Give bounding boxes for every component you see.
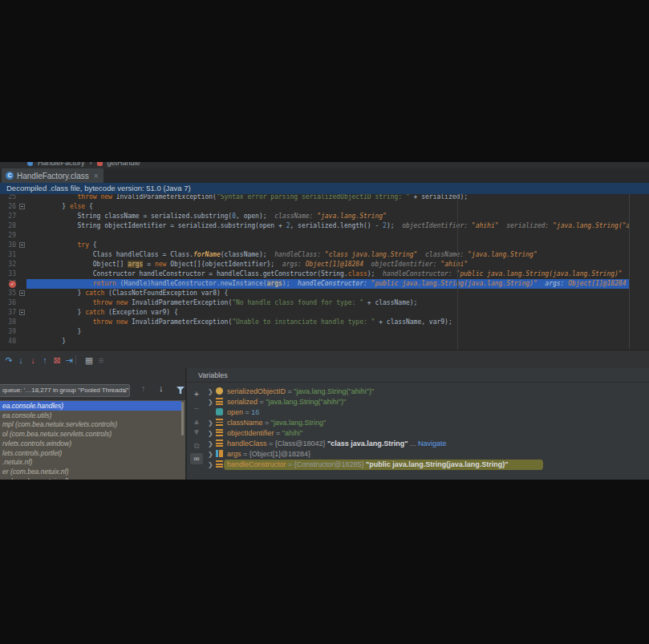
code-area[interactable]: throw new InvalidParameterException("Syn… [26,194,649,350]
line-number[interactable]: 27 [0,212,16,221]
field-icon [216,398,223,405]
code-line[interactable]: throw new InvalidParameterException("No … [26,298,629,308]
variable-row[interactable]: ❯objectIdentifier = "ahihi" [208,428,647,439]
inline-debug-hint: args: [282,261,306,268]
variable-row[interactable]: ❯handleClass = {Class@18042} "class java… [208,439,647,449]
mute-breakpoints-icon[interactable]: ≡ [95,354,107,367]
line-number[interactable]: 40 [0,337,16,346]
tab-handlefactory[interactable]: C HandleFactory.class × [2,168,103,183]
remove-watch-icon[interactable]: − [190,403,203,415]
variable-row[interactable]: open = 16 [208,407,647,418]
fold-icon[interactable] [19,290,25,296]
code-token: "Unable to instanciate handle type: " [232,318,375,326]
frame-up-icon[interactable]: ↑ [141,383,146,393]
line-number[interactable]: 33 [0,269,16,279]
frame-down-icon[interactable]: ↓ [159,383,164,393]
expand-chevron-icon[interactable]: ❯ [208,397,216,407]
code-line[interactable]: } catch (Exception var9) { [26,308,629,318]
code-line[interactable]: } [26,337,629,346]
filter-funnel-icon[interactable] [176,387,185,394]
code-line[interactable]: } catch (ClassNotFoundException var8) { [26,289,629,298]
line-number[interactable]: 30 [0,241,16,250]
stack-frame-row[interactable]: lets.controls.portlet) [0,448,181,458]
code-line[interactable]: throw new InvalidParameterException("Una… [26,318,629,327]
stack-frame-row[interactable]: rvlets.controls.window) [0,439,181,448]
stack-frame-row[interactable]: er (com.bea.netuix.nf) [0,467,181,476]
inline-debug-hint: objectIdentifier: [402,222,472,229]
line-number[interactable]: 39 [0,327,16,337]
duplicate-icon[interactable]: ⧉ [190,440,203,452]
fold-icon[interactable] [19,204,25,209]
line-number[interactable]: 26 [0,202,16,212]
expand-chevron-icon[interactable]: ❯ [208,428,216,439]
variable-row[interactable]: ❯args = {Object[1]@18284} [208,449,647,460]
stack-frame-row[interactable]: ea.console.utils) [0,411,181,420]
code-line[interactable]: throw new InvalidParameterException("Syn… [26,194,629,202]
frames-scrollbar[interactable] [181,402,184,435]
code-token: , serialized.length() - [290,222,383,229]
code-editor[interactable]: 25262728293031323334✓353637383940 throw … [0,194,649,350]
force-step-into-icon[interactable]: ↓ [27,354,39,367]
code-line[interactable]: try { [26,241,629,250]
stack-frame-row[interactable]: ol (com.bea.netuix.servlets.controls) [0,429,181,439]
line-number[interactable]: 32 [0,260,16,269]
code-token: InvalidParameterException( [132,299,232,306]
move-down-icon[interactable]: ▼ [190,427,203,438]
add-watch-icon[interactable]: + [190,389,203,400]
step-into-icon[interactable]: ↓ [15,354,26,367]
expand-chevron-icon[interactable]: ❯ [208,387,216,397]
code-token: ); [282,280,298,287]
breakpoint-icon[interactable]: ✓ [9,281,16,288]
fold-icon[interactable] [19,242,25,248]
drop-frame-icon[interactable]: ⊠ [51,354,63,367]
code-line[interactable]: } [26,327,629,337]
run-to-cursor-icon[interactable]: ⇥ [63,354,75,367]
line-number[interactable]: 25 [0,194,16,202]
line-number[interactable]: 35 [0,289,16,298]
stack-frame-row[interactable]: .netuix.nf) [0,457,181,467]
frames-list[interactable]: ea.console.handles)ea.console.utils)mpl … [0,400,185,480]
thread-dropdown[interactable]: queue: '…18,277 in group "Pooled Threads… [0,384,130,397]
show-watches-icon[interactable]: ∞ [190,453,203,464]
stack-frame-row[interactable]: ea.console.handles) [0,401,181,411]
editor-gutter[interactable]: 25262728293031323334✓353637383940 [0,194,26,350]
step-over-icon[interactable]: ↷ [3,354,14,367]
expand-chevron-icon[interactable]: ❯ [208,418,216,428]
code-token: + className); [363,299,417,306]
code-line[interactable]: Object[] args = new Object[]{objectIdent… [26,260,629,269]
expand-chevron-icon[interactable]: ❯ [208,449,216,460]
inline-debug-hint: handleCl [623,270,629,277]
line-number[interactable]: 37 [0,308,16,318]
line-number[interactable]: 31 [0,250,16,260]
stack-frame-row[interactable]: er (com.bea.netuix.nf) [0,476,181,480]
breadcrumb-item-method[interactable]: getHandle [107,162,140,167]
code-line[interactable]: Constructor handleConstructor = handleCl… [26,269,629,279]
code-token: "No handle class found for type: " [232,299,363,306]
line-number[interactable]: 38 [0,318,16,327]
variable-row[interactable]: ❯serializedObjectID = "java.lang.String(… [208,387,647,397]
expand-chevron-icon[interactable]: ❯ [208,460,216,470]
step-out-icon[interactable]: ↑ [39,354,51,367]
code-line[interactable]: Class handleClass = Class.forName(classN… [26,250,629,260]
code-line[interactable]: } else { [26,202,629,212]
stack-frame-row[interactable]: mpl (com.bea.netuix.servlets.controls) [0,419,181,429]
code-line[interactable]: String objectIdentifier = serialized.sub… [26,221,629,231]
code-line[interactable] [26,231,629,241]
breadcrumb-item-class[interactable]: HandleFactory [38,162,85,167]
variable-row[interactable]: ❯className = "java.lang.String" [208,418,647,428]
evaluate-expression-icon[interactable]: ▦ [83,354,95,367]
code-line[interactable]: String className = serialized.substring(… [26,212,629,221]
line-number[interactable]: 36 [0,298,16,308]
line-number[interactable]: 29 [0,231,16,241]
line-number[interactable]: 28 [0,221,16,231]
expand-chevron-icon[interactable]: ❯ [208,439,216,449]
variable-row[interactable]: ❯serialized = "java.lang.String("ahihi")… [208,397,647,407]
move-up-icon[interactable]: ▲ [190,416,203,427]
navigate-link[interactable]: Navigate [418,439,447,448]
variable-row[interactable]: ❯handleConstructor = {Constructor@18285}… [208,460,647,470]
execution-line[interactable]: return (Handle)handleConstructor.newInst… [26,279,629,289]
fold-icon[interactable] [19,310,25,315]
editor-scrollbar[interactable] [629,194,630,350]
close-icon[interactable]: × [94,172,99,180]
inline-debug-hint: "class java.lang.String" [325,251,418,258]
